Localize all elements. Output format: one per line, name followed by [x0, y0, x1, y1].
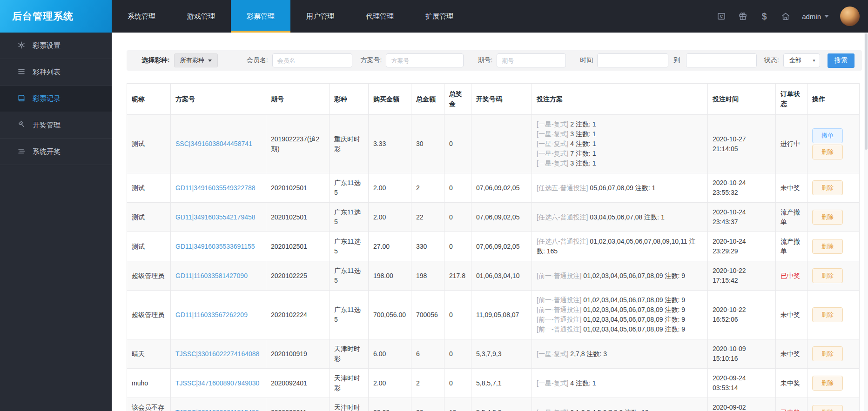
delete-button[interactable]: 删除: [812, 307, 843, 322]
user-menu[interactable]: admin: [802, 13, 829, 20]
delete-button[interactable]: 删除: [812, 145, 843, 159]
bet-plan-line: [一星-复式] 2 注数: 1: [537, 119, 703, 129]
bet-plan-line: [前一-普通投注] 01,02,03,04,05,06,07,08,09 注数:…: [537, 315, 703, 325]
plan-no-link[interactable]: GD11|34916035542179458: [175, 213, 256, 221]
time-from-field: [597, 53, 668, 67]
buy-amount-cell: 20.00: [369, 398, 411, 411]
bet-time-cell: 2020-10-24 23:29:29: [708, 232, 776, 261]
delete-button[interactable]: 删除: [812, 180, 843, 195]
lottery-cell: 天津时时彩: [330, 398, 369, 411]
nav-tab-游戏管理[interactable]: 游戏管理: [171, 0, 231, 33]
total-prize-cell: 0: [444, 369, 471, 398]
column-header-彩种: 彩种: [330, 84, 369, 115]
plan-no-cell: GD11|34916035549322788: [171, 173, 266, 203]
plan-no-link[interactable]: TJSSC|33016022274164088: [175, 350, 259, 358]
main-content: 选择彩种: 所有彩种 会员名: 方案号: 期号: 时间 到 状态: 全部: [112, 33, 868, 411]
plan-no-link[interactable]: SSC|34916038044458741: [175, 140, 252, 147]
vertical-scrollbar[interactable]: [864, 33, 868, 411]
buy-amount-cell: 27.00: [369, 232, 411, 261]
clear-cache-icon[interactable]: C: [716, 11, 727, 21]
status-badge: 流产撤单: [781, 238, 800, 255]
bet-plan-line: [一星-复式] 0,1,2,3,4,5,6,7,8,9 注数: 10: [537, 408, 703, 411]
cancel-order-button[interactable]: 撤单: [812, 128, 843, 143]
sidebar-item-label: 开奖管理: [33, 121, 61, 130]
delete-button[interactable]: 删除: [812, 346, 843, 361]
bet-plans-cell: [任选六-普通投注] 03,04,05,06,07,08 注数: 1: [532, 203, 708, 232]
plan-no-link[interactable]: TJSSC|32915990211515486: [175, 409, 259, 411]
avatar[interactable]: [840, 7, 860, 26]
sidebar-item-label: 彩票记录: [33, 94, 61, 103]
actions-cell: 删除: [807, 291, 860, 339]
search-button[interactable]: 搜索: [828, 53, 855, 68]
time-to-input[interactable]: [686, 54, 757, 67]
total-amount-cell: 22: [411, 203, 444, 232]
delete-button[interactable]: 删除: [812, 268, 843, 283]
status-badge: 未中奖: [781, 350, 800, 358]
sidebar-item-开奖管理[interactable]: 开奖管理: [0, 112, 112, 139]
orders-table: 昵称方案号期号彩种购买金额总金额总奖金开奖号码投注方案投注时间订单状态操作 测试…: [127, 83, 860, 411]
plan-no-link[interactable]: GD11|34916035549322788: [175, 184, 256, 192]
bet-time-cell: 2020-10-22 16:52:06: [708, 291, 776, 339]
total-prize-cell: 0: [444, 291, 471, 339]
sidebar-item-彩票设置[interactable]: 彩票设置: [0, 33, 112, 59]
delete-button[interactable]: 删除: [812, 405, 843, 411]
delete-button[interactable]: 删除: [812, 239, 843, 254]
column-header-投注时间: 投注时间: [708, 84, 776, 115]
app-logo: 后台管理系统: [0, 0, 112, 33]
table-row: 测试GD11|349160355493227882020102501广东11选5…: [127, 173, 860, 203]
nav-tab-扩展管理[interactable]: 扩展管理: [410, 0, 469, 33]
nav-tab-系统管理[interactable]: 系统管理: [112, 0, 171, 33]
sidebar-item-label: 彩种列表: [33, 68, 61, 77]
actions-cell: 删除: [807, 398, 860, 411]
plan-no-link[interactable]: GD11|116033567262209: [175, 311, 248, 318]
lottery-select[interactable]: 所有彩种: [174, 53, 218, 67]
column-header-开奖号码: 开奖号码: [471, 84, 532, 115]
lottery-cell: 广东11选5: [330, 203, 369, 232]
plan-no-link[interactable]: GD11|116033581427090: [175, 272, 248, 279]
plan-no-cell: GD11|34916035533691155: [171, 232, 266, 261]
sidebar-item-彩票记录[interactable]: 彩票记录: [0, 86, 112, 112]
filter-bar: 选择彩种: 所有彩种 会员名: 方案号: 期号: 时间 到 状态: 全部: [127, 50, 862, 71]
status-select[interactable]: 全部 ▼: [783, 53, 820, 67]
time-from-input[interactable]: [598, 54, 668, 67]
draw-numbers-cell: 5,5,4,5,9: [471, 398, 532, 411]
dollar-icon[interactable]: $: [759, 11, 769, 21]
plan-no-link[interactable]: TJSSC|34716008907949030: [175, 379, 259, 387]
plan-no-cell: GD11|116033567262209: [171, 291, 266, 339]
nav-tab-彩票管理[interactable]: 彩票管理: [231, 0, 290, 33]
home-icon[interactable]: [781, 11, 791, 21]
table-row: 该会员不存在TJSSC|329159902115154862020090211天…: [127, 398, 860, 411]
delete-button[interactable]: 删除: [812, 376, 843, 391]
to-label: 到: [674, 56, 680, 65]
nav-tab-代理管理[interactable]: 代理管理: [350, 0, 410, 33]
nickname-cell: 超级管理员: [127, 261, 171, 291]
bet-plan-line: [一星-复式] 2,7,8 注数: 3: [537, 349, 703, 359]
bet-plans-cell: [前一-普通投注] 01,02,03,04,05,06,07,08,09 注数:…: [532, 261, 708, 291]
total-prize-cell: 0: [444, 339, 471, 369]
column-header-昵称: 昵称: [127, 84, 171, 115]
plan-no-link[interactable]: GD11|34916035533691155: [175, 243, 255, 250]
order-status-cell: 进行中: [776, 115, 807, 173]
column-header-期号: 期号: [266, 84, 330, 115]
sidebar-item-彩种列表[interactable]: 彩种列表: [0, 59, 112, 86]
table-row: 晴天TJSSC|330160222741640882020100919天津时时彩…: [127, 339, 860, 369]
lottery-cell: 广东11选5: [330, 261, 369, 291]
plan-input[interactable]: [386, 53, 464, 67]
lottery-cell: 重庆时时彩: [330, 115, 369, 173]
gift-icon[interactable]: [738, 11, 748, 21]
topbar-actions: C $ admin: [716, 0, 868, 33]
member-input[interactable]: [272, 53, 352, 67]
buy-amount-cell: 3.33: [369, 115, 411, 173]
total-amount-cell: 330: [411, 232, 444, 261]
scrollbar-thumb[interactable]: [865, 33, 868, 150]
gavel-icon: [17, 120, 26, 130]
issue-input[interactable]: [497, 53, 566, 67]
member-filter-label: 会员名:: [247, 56, 268, 65]
nav-tab-用户管理[interactable]: 用户管理: [290, 0, 350, 33]
total-prize-cell: 0: [444, 115, 471, 173]
sidebar-item-系统开奖[interactable]: 系统开奖: [0, 139, 112, 165]
nickname-cell: 测试: [127, 232, 171, 261]
delete-button[interactable]: 删除: [812, 210, 843, 225]
table-row: 测试GD11|349160355336911552020102501广东11选5…: [127, 232, 860, 261]
buy-amount-cell: 2.00: [369, 369, 411, 398]
